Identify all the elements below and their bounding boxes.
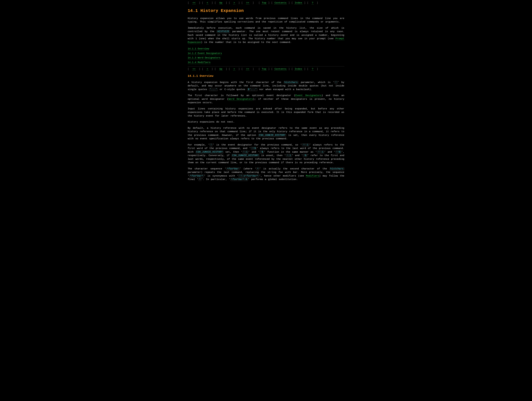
para-intro-1: History expansion allows you to use word… <box>188 17 344 24</box>
nav2-up[interactable]: Up <box>219 68 223 71</box>
para-intro-2: Immediately before execution, each comma… <box>188 26 344 44</box>
ov-para-1: A history expansion begins with the firs… <box>188 81 344 91</box>
nav-index[interactable]: Index <box>294 2 303 4</box>
toc-word-designators[interactable]: 14.1.3 Word Designators <box>188 56 344 60</box>
ov-para-5: By default, a history reference with no … <box>188 127 344 141</box>
nav2-help[interactable]: ? <box>312 68 314 71</box>
code-caret-foo-bar-1: ^foo^bar <box>226 167 240 170</box>
code-bangbang-dollar-b: !!$ <box>335 150 341 154</box>
nav2-next[interactable]: > <box>233 68 235 71</box>
toc-overview[interactable]: 14.1.1 Overview <box>188 47 344 51</box>
term-next: next <box>272 41 278 44</box>
link-word-designators[interactable]: Word Designators <box>228 98 253 101</box>
section-title: 14.1 History Expansion <box>188 8 344 14</box>
code-bang-1: !:1 <box>242 150 248 154</box>
code-histchars-2: histchars <box>329 167 344 170</box>
toc-modifiers[interactable]: 14.1.4 Modifiers <box>188 60 344 65</box>
nav2-prev[interactable]: < <box>206 68 209 71</box>
code-caret: ^ <box>256 167 259 170</box>
code-caret-g: ^foo^bar^:G <box>230 178 248 181</box>
nav-first[interactable]: << <box>192 2 196 4</box>
ov-para-4: History expansions do not nest. <box>188 120 344 124</box>
ov-para-2: The first character is followed by an op… <box>188 94 344 105</box>
nav-help[interactable]: ? <box>312 2 314 4</box>
nav2-top[interactable]: Top <box>261 68 267 71</box>
code-bang2: ! <box>210 143 213 146</box>
code-bangbang-s: !!:s^foo^bar^ <box>238 175 259 177</box>
nav-up[interactable]: Up <box>219 2 223 4</box>
code-csh2: CSH_JUNKIE_HISTORY <box>196 150 223 154</box>
code-bang: ! <box>334 81 337 84</box>
link-event-designators[interactable]: Event Designators <box>295 94 322 97</box>
code-bang-dollar: !$ <box>260 150 264 154</box>
code-bang-1b: !:1 <box>286 154 292 157</box>
term-event: event <box>281 34 288 37</box>
subsection-title: 14.1.1 Overview <box>188 74 344 78</box>
navbar-mid: [ << ] [ < ] [ Up ] [ > ] [ >> ] [ Top ]… <box>188 67 344 72</box>
code-bang-dollar-b: !$ <box>303 154 307 157</box>
nav-last[interactable]: >> <box>246 2 249 4</box>
code-caret-2: ^ <box>198 178 201 181</box>
code-bangbang-1b: !!:1 <box>317 150 324 154</box>
code-csh-junkie-history: CSH_JUNKIE_HISTORY <box>258 134 286 137</box>
nav2-last[interactable]: >> <box>246 68 249 71</box>
nav2-contents[interactable]: Contents <box>274 68 287 71</box>
code-bangbang-1: !!:1 <box>302 143 309 146</box>
navbar-top: [ << ] [ < ] [ Up ] [ > ] [ >> ] [ Top ]… <box>188 1 344 6</box>
code-cstyle-quotes: $'...' <box>247 88 258 91</box>
code-caret-foo-bar-2: ^foo^bar^ <box>189 175 204 177</box>
nav-next[interactable]: > <box>233 2 235 4</box>
nav-prev[interactable]: < <box>206 2 209 4</box>
ov-para-6: For example, ‘!’ is the event designator… <box>188 143 344 165</box>
term-always: always <box>230 137 239 140</box>
toc-event-designators[interactable]: 14.1.2 Event Designators <box>188 51 344 56</box>
nav-contents[interactable]: Contents <box>274 2 287 4</box>
code-csh3: CSH_JUNKIE_HISTORY <box>231 154 260 157</box>
code-bangbang-dollar: !!$ <box>251 147 257 150</box>
code-single-quotes: '...' <box>209 88 218 91</box>
nav2-index[interactable]: Index <box>294 68 303 71</box>
nav2-first[interactable]: << <box>192 68 196 71</box>
code-histchars: histchars <box>284 81 298 84</box>
ov-para-3: Input lines containing history expansion… <box>188 107 344 118</box>
nav-top[interactable]: Top <box>261 2 267 4</box>
local-toc: 14.1.1 Overview 14.1.2 Event Designators… <box>188 47 344 65</box>
code-histsize: HISTSIZE <box>216 30 230 33</box>
link-modifiers[interactable]: Modifiers <box>306 175 319 177</box>
ov-para-7: The character sequence ‘^foo^bar’ (where… <box>188 167 344 181</box>
